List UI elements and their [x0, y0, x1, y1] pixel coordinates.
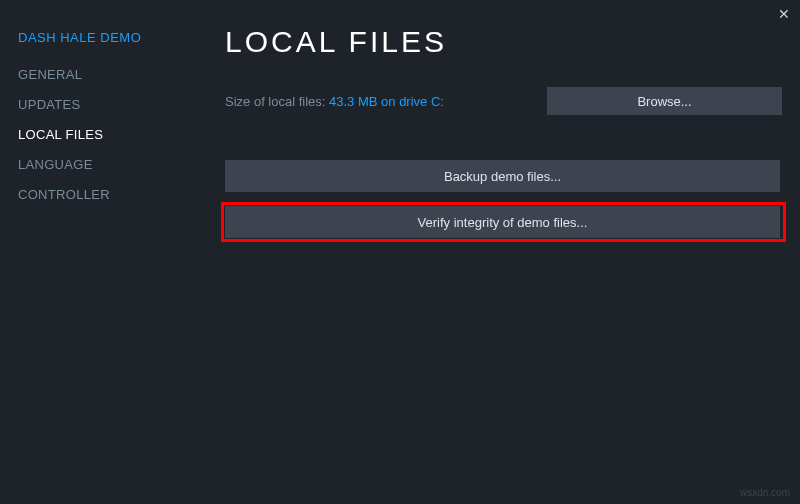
backup-button[interactable]: Backup demo files... [225, 160, 780, 192]
watermark: wsxdn.com [740, 487, 790, 498]
sidebar-item-controller[interactable]: CONTROLLER [18, 187, 200, 202]
size-label: Size of local files: [225, 94, 329, 109]
sidebar-item-updates[interactable]: UPDATES [18, 97, 200, 112]
browse-button[interactable]: Browse... [547, 87, 782, 115]
verify-highlight: Verify integrity of demo files... [225, 206, 782, 238]
size-info: Size of local files: 43.3 MB on drive C: [225, 92, 444, 110]
sidebar-item-language[interactable]: LANGUAGE [18, 157, 200, 172]
main-panel: LOCAL FILES Size of local files: 43.3 MB… [225, 0, 800, 504]
page-title: LOCAL FILES [225, 25, 782, 59]
size-row: Size of local files: 43.3 MB on drive C:… [225, 87, 782, 115]
verify-button[interactable]: Verify integrity of demo files... [225, 206, 780, 238]
sidebar-item-general[interactable]: GENERAL [18, 67, 200, 82]
sidebar: DASH HALE DEMO GENERAL UPDATES LOCAL FIL… [0, 0, 200, 504]
sidebar-item-local-files[interactable]: LOCAL FILES [18, 127, 200, 142]
size-value: 43.3 MB on drive C: [329, 94, 444, 109]
product-name: DASH HALE DEMO [18, 30, 200, 45]
